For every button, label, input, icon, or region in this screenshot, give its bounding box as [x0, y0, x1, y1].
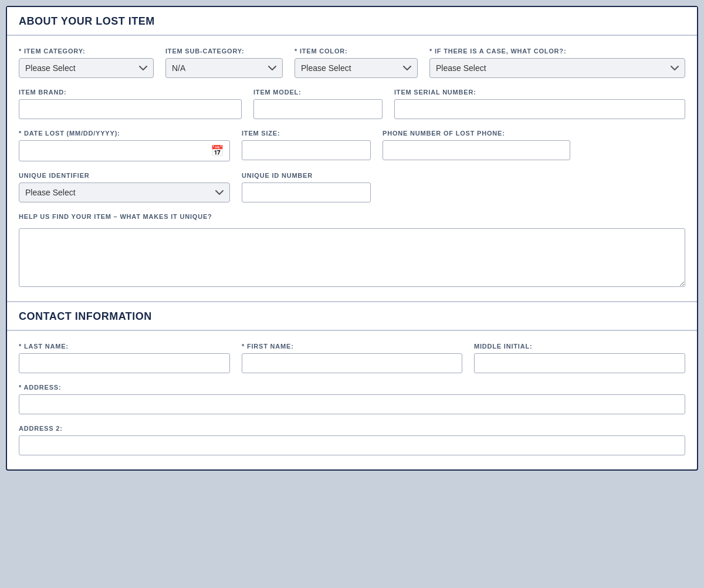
date-lost-label: * DATE LOST (MM/DD/YYYY): [19, 130, 230, 137]
middle-initial-label: MIDDLE INITIAL: [474, 343, 685, 350]
item-color-select[interactable]: Please Select [295, 58, 418, 78]
item-subcategory-label: ITEM SUB-CATEGORY: [165, 48, 283, 55]
address2-label: ADDRESS 2: [19, 425, 685, 432]
item-model-group: ITEM MODEL: [253, 89, 383, 119]
item-model-label: ITEM MODEL: [253, 89, 383, 96]
item-subcategory-group: ITEM SUB-CATEGORY: N/A [165, 48, 283, 78]
address-group: * ADDRESS: [19, 384, 685, 414]
first-name-group: * FIRST NAME: [242, 343, 462, 373]
calendar-icon[interactable]: 📅 [211, 144, 224, 157]
address2-group: ADDRESS 2: [19, 425, 685, 455]
contact-section-title: CONTACT INFORMATION [19, 310, 152, 322]
last-name-group: * LAST NAME: [19, 343, 230, 373]
item-model-input[interactable] [253, 99, 383, 119]
item-serial-label: ITEM SERIAL NUMBER: [394, 89, 685, 96]
date-lost-wrapper: 📅 [19, 140, 230, 161]
about-section-body: * ITEM CATEGORY: Please Select ITEM SUB-… [7, 36, 697, 301]
unique-id-number-label: UNIQUE ID NUMBER [242, 172, 371, 179]
unique-identifier-label: UNIQUE IDENTIFIER [19, 172, 230, 179]
row-date-size-phone: * DATE LOST (MM/DD/YYYY): 📅 ITEM SIZE: P… [19, 130, 685, 161]
item-category-label: * ITEM CATEGORY: [19, 48, 154, 55]
phone-lost-group: PHONE NUMBER OF LOST PHONE: [383, 130, 685, 160]
help-unique-label: HELP US FIND YOUR ITEM – WHAT MAKES IT U… [19, 213, 685, 220]
date-lost-group: * DATE LOST (MM/DD/YYYY): 📅 [19, 130, 230, 161]
row-brand-model-serial: ITEM BRAND: ITEM MODEL: ITEM SERIAL NUMB… [19, 89, 685, 119]
row-unique: UNIQUE IDENTIFIER Please Select UNIQUE I… [19, 172, 685, 202]
case-color-select[interactable]: Please Select [429, 58, 685, 78]
help-unique-textarea[interactable] [19, 228, 685, 287]
phone-lost-input[interactable] [383, 140, 570, 160]
row-categories: * ITEM CATEGORY: Please Select ITEM SUB-… [19, 48, 685, 78]
about-section-title: ABOUT YOUR LOST ITEM [19, 15, 155, 27]
item-color-group: * ITEM COLOR: Please Select [295, 48, 418, 78]
address-label: * ADDRESS: [19, 384, 685, 391]
first-name-label: * FIRST NAME: [242, 343, 462, 350]
about-section-header: ABOUT YOUR LOST ITEM [7, 7, 697, 36]
first-name-input[interactable] [242, 353, 462, 373]
contact-section-header: CONTACT INFORMATION [7, 301, 697, 331]
item-serial-input[interactable] [394, 99, 685, 119]
item-category-group: * ITEM CATEGORY: Please Select [19, 48, 154, 78]
case-color-group: * IF THERE IS A CASE, WHAT COLOR?: Pleas… [429, 48, 685, 78]
unique-id-number-group: UNIQUE ID NUMBER [242, 172, 371, 202]
help-unique-group: HELP US FIND YOUR ITEM – WHAT MAKES IT U… [19, 213, 685, 287]
unique-identifier-group: UNIQUE IDENTIFIER Please Select [19, 172, 230, 202]
last-name-label: * LAST NAME: [19, 343, 230, 350]
item-color-label: * ITEM COLOR: [295, 48, 418, 55]
unique-id-number-input[interactable] [242, 183, 371, 202]
address2-input[interactable] [19, 435, 685, 455]
last-name-input[interactable] [19, 353, 230, 373]
contact-section-body: * LAST NAME: * FIRST NAME: MIDDLE INITIA… [7, 331, 697, 469]
middle-initial-group: MIDDLE INITIAL: [474, 343, 685, 373]
item-category-select[interactable]: Please Select [19, 58, 154, 78]
row-name: * LAST NAME: * FIRST NAME: MIDDLE INITIA… [19, 343, 685, 373]
item-subcategory-select[interactable]: N/A [165, 58, 283, 78]
unique-identifier-select[interactable]: Please Select [19, 183, 230, 202]
middle-initial-input[interactable] [474, 353, 685, 373]
date-lost-input[interactable] [25, 146, 206, 156]
item-brand-group: ITEM BRAND: [19, 89, 242, 119]
case-color-label: * IF THERE IS A CASE, WHAT COLOR?: [429, 48, 685, 55]
item-brand-label: ITEM BRAND: [19, 89, 242, 96]
item-serial-group: ITEM SERIAL NUMBER: [394, 89, 685, 119]
item-size-label: ITEM SIZE: [242, 130, 371, 137]
item-brand-input[interactable] [19, 99, 242, 119]
item-size-group: ITEM SIZE: [242, 130, 371, 160]
address-input[interactable] [19, 394, 685, 414]
page-container: ABOUT YOUR LOST ITEM * ITEM CATEGORY: Pl… [6, 6, 698, 471]
item-size-input[interactable] [242, 140, 371, 160]
phone-lost-label: PHONE NUMBER OF LOST PHONE: [383, 130, 685, 137]
